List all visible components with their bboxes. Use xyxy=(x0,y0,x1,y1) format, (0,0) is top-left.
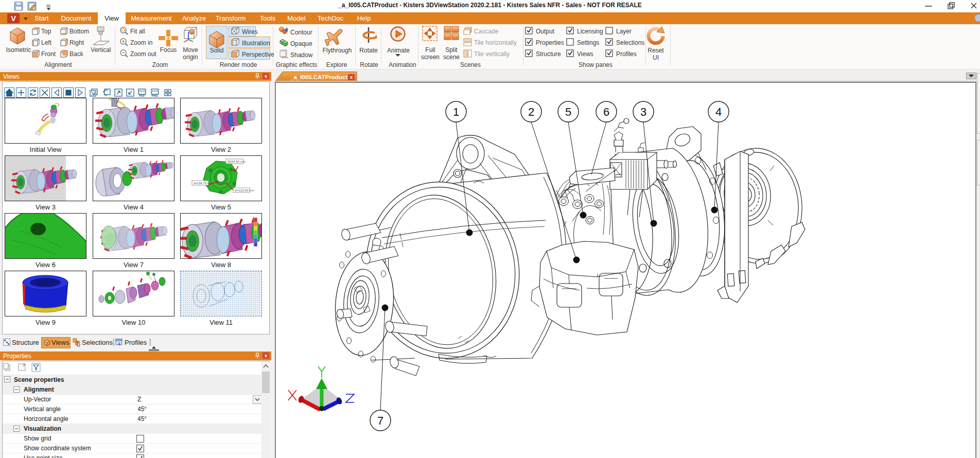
svg-text:1: 1 xyxy=(453,105,459,118)
svg-text:Ø104.90 mm: Ø104.90 mm xyxy=(227,160,246,163)
svg-text:D=122.60 mm: D=122.60 mm xyxy=(235,189,254,192)
svg-text:PNG: PNG xyxy=(151,94,158,97)
svg-text:PDF: PDF xyxy=(139,94,145,97)
svg-text:4: 4 xyxy=(715,105,722,118)
svg-text:2: 2 xyxy=(528,105,534,118)
svg-text:V: V xyxy=(11,14,16,23)
svg-text:7: 7 xyxy=(377,414,383,427)
svg-text:3: 3 xyxy=(640,105,646,118)
svg-text:6: 6 xyxy=(603,105,609,118)
svg-text:5: 5 xyxy=(565,105,571,118)
